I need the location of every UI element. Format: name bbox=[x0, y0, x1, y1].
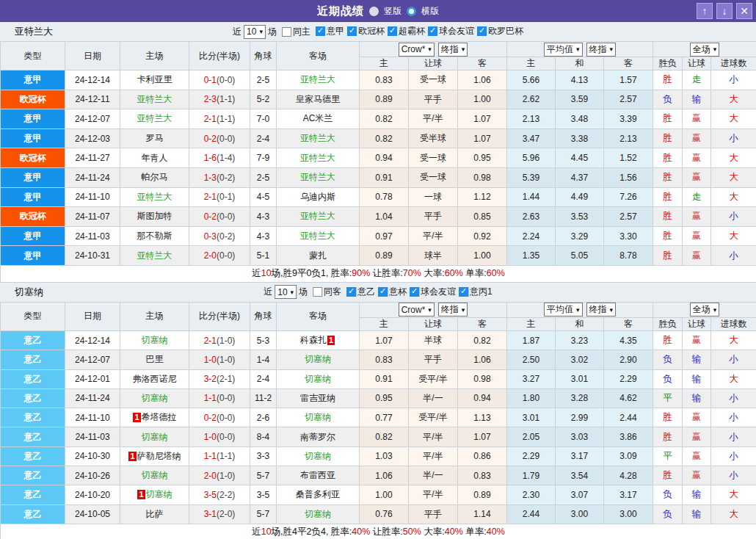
team-link: 希塔德拉 bbox=[142, 412, 177, 422]
cell-away-team: 亚特兰大 bbox=[277, 226, 360, 246]
team-link: 亚特兰大 bbox=[137, 94, 172, 104]
odds-stage-select[interactable]: 终指▾ bbox=[438, 303, 468, 316]
cell-league: 意甲 bbox=[1, 70, 65, 90]
cell-avg-draw: 2.99 bbox=[556, 408, 604, 427]
recent-count-select[interactable]: 10 ▾ bbox=[244, 25, 266, 39]
cell-result: 胜 bbox=[653, 109, 683, 129]
average-odds-group: 平均值▾ 终指▾ bbox=[507, 302, 653, 317]
col-odds-handicap: 让球 bbox=[409, 317, 458, 330]
league-filter-欧冠杯[interactable]: 欧冠杯 bbox=[347, 25, 385, 37]
cell-handicap-result: 赢 bbox=[683, 408, 711, 427]
match-row: 意乙24-10-05比萨3-1(2-0)5-7切塞纳0.76平手1.142.44… bbox=[1, 504, 756, 524]
cell-odds-home: 0.82 bbox=[360, 427, 409, 446]
cell-odds-away: 1.07 bbox=[458, 427, 507, 446]
cell-corner: 2-4 bbox=[250, 129, 277, 148]
cell-avg-draw: 3.07 bbox=[556, 485, 604, 504]
cell-result: 胜 bbox=[653, 466, 683, 485]
checkbox-icon[interactable] bbox=[347, 26, 357, 36]
checkbox-icon[interactable] bbox=[428, 26, 437, 36]
league-filter-意丙1[interactable]: 意丙1 bbox=[459, 286, 493, 298]
team-link: 亚特兰大 bbox=[137, 250, 172, 261]
cell-avg-away: 8.78 bbox=[604, 246, 653, 266]
scope-select[interactable]: 全场▾ bbox=[690, 303, 720, 316]
radio-horizontal-label[interactable]: 横版 bbox=[421, 5, 439, 18]
cell-score: 1-6(1-4) bbox=[189, 148, 250, 168]
checkbox-icon[interactable] bbox=[378, 287, 388, 297]
cell-handicap-result: 赢 bbox=[683, 167, 711, 187]
checkbox-icon[interactable] bbox=[313, 287, 322, 297]
cell-home-team: 切塞纳 bbox=[120, 466, 189, 485]
cell-home-team: 那不勒斯 bbox=[120, 226, 189, 246]
cell-corner: 8-4 bbox=[250, 427, 277, 446]
league-filter-球会友谊[interactable]: 球会友谊 bbox=[410, 286, 456, 298]
cell-result: 胜 bbox=[653, 129, 683, 148]
league-filter-球会友谊[interactable]: 球会友谊 bbox=[428, 25, 474, 37]
col-date: 日期 bbox=[65, 302, 120, 330]
scope-select[interactable]: 全场▾ bbox=[690, 43, 720, 57]
arrow-down-icon: ↓ bbox=[722, 4, 727, 18]
radio-horizontal-layout[interactable] bbox=[407, 7, 416, 16]
checkbox-icon[interactable] bbox=[477, 26, 487, 36]
summary-segment: 60% bbox=[445, 268, 463, 278]
bookmaker-select[interactable]: Crow*▾ bbox=[399, 43, 435, 57]
match-row: 意乙24-11-24切塞纳1-1(0-0)11-2雷吉亚纳0.95半/一0.94… bbox=[1, 388, 756, 408]
checkbox-icon[interactable] bbox=[388, 26, 397, 36]
cell-odds-home: 0.95 bbox=[360, 388, 409, 408]
checkbox-icon[interactable] bbox=[459, 287, 468, 297]
cell-date: 24-11-10 bbox=[65, 187, 120, 207]
cell-corner: 2-6 bbox=[250, 408, 277, 427]
cell-away-team: 切塞纳 bbox=[277, 408, 360, 427]
cell-result: 胜 bbox=[653, 330, 683, 350]
team-link: 切塞纳 bbox=[142, 393, 168, 403]
cell-result: 胜 bbox=[653, 167, 683, 187]
col-corner: 角球 bbox=[250, 302, 277, 330]
radio-vertical-layout[interactable] bbox=[369, 7, 379, 16]
bookmaker-select[interactable]: Crow*▾ bbox=[399, 303, 435, 316]
same-venue-filter[interactable]: 同主 bbox=[282, 26, 310, 38]
average-stage-select[interactable]: 终指▾ bbox=[586, 43, 617, 57]
cell-avg-draw: 3.38 bbox=[556, 129, 604, 148]
average-select[interactable]: 平均值▾ bbox=[544, 303, 583, 316]
cell-handicap-result: 赢 bbox=[683, 446, 711, 466]
cell-date: 24-12-11 bbox=[65, 90, 120, 109]
cell-corner: 2-4 bbox=[250, 369, 277, 388]
recent-count-select[interactable]: 10 ▾ bbox=[275, 285, 297, 299]
cell-goals-result: 小 bbox=[711, 388, 756, 408]
league-filter-超霸杯[interactable]: 超霸杯 bbox=[388, 25, 425, 37]
summary-row: 近10场,胜9平0负1, 胜率:90% 让胜率:70% 大率:60% 单率:60… bbox=[1, 265, 756, 282]
cell-date: 24-12-07 bbox=[65, 350, 120, 369]
red-1-badge: 1 bbox=[327, 336, 335, 345]
league-filter-意杯[interactable]: 意杯 bbox=[378, 286, 407, 298]
same-venue-filter[interactable]: 同客 bbox=[313, 286, 341, 298]
odds-stage-select[interactable]: 终指▾ bbox=[438, 43, 468, 57]
radio-vertical-label[interactable]: 竖版 bbox=[384, 5, 401, 18]
cell-goals-result: 小 bbox=[711, 129, 756, 148]
checkbox-icon[interactable] bbox=[410, 287, 419, 297]
cell-odds-away: 1.13 bbox=[458, 408, 507, 427]
cell-away-team: 亚特兰大 bbox=[277, 129, 360, 148]
move-down-button[interactable]: ↓ bbox=[716, 3, 733, 19]
cell-home-team: 罗马 bbox=[120, 129, 189, 148]
checkbox-icon[interactable] bbox=[316, 26, 325, 36]
cell-home-team: 比萨 bbox=[120, 504, 189, 524]
cell-avg-away: 4.35 bbox=[604, 330, 653, 350]
cell-away-team: 切塞纳 bbox=[277, 504, 360, 524]
average-select[interactable]: 平均值▾ bbox=[544, 43, 583, 57]
move-up-button[interactable]: ↑ bbox=[697, 3, 713, 19]
checkbox-icon[interactable] bbox=[282, 27, 291, 37]
league-filter-意甲[interactable]: 意甲 bbox=[316, 25, 344, 37]
cell-avg-away: 3.17 bbox=[604, 485, 653, 504]
league-filter-欧罗巴杯[interactable]: 欧罗巴杯 bbox=[477, 25, 523, 37]
cell-home-team: 巴里 bbox=[120, 350, 189, 369]
team-link: 布雷西亚 bbox=[300, 470, 335, 480]
team-link: 萨勒尼塔纳 bbox=[137, 451, 181, 461]
checkbox-icon[interactable] bbox=[346, 287, 356, 297]
cell-odds-handicap: 平手 bbox=[409, 504, 458, 524]
team-link: 切塞纳 bbox=[305, 509, 331, 519]
summary-segment: 场,胜4平2负4, 胜率: bbox=[272, 527, 352, 537]
cell-league: 欧冠杯 bbox=[1, 207, 65, 227]
close-button[interactable]: ✕ bbox=[736, 3, 752, 19]
scope-group: 全场▾ bbox=[653, 42, 756, 57]
league-filter-意乙[interactable]: 意乙 bbox=[346, 286, 375, 298]
average-stage-select[interactable]: 终指▾ bbox=[586, 303, 617, 316]
